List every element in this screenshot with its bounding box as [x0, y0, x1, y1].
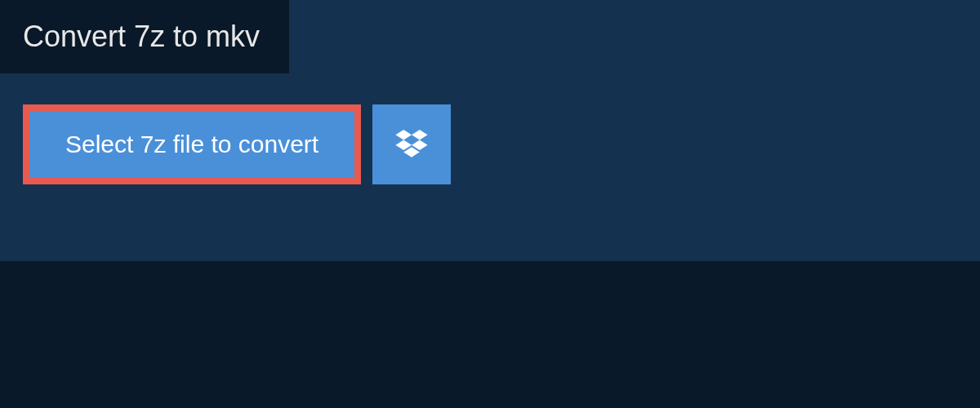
- select-file-label: Select 7z file to convert: [65, 131, 318, 158]
- select-file-button[interactable]: Select 7z file to convert: [23, 104, 361, 184]
- converter-panel: Convert 7z to mkv Select 7z file to conv…: [0, 0, 980, 261]
- page-title-text: Convert 7z to mkv: [23, 20, 260, 53]
- dropbox-button[interactable]: [372, 104, 451, 184]
- svg-marker-1: [412, 130, 428, 140]
- svg-marker-0: [396, 130, 412, 140]
- dropbox-icon: [395, 130, 428, 159]
- page-title: Convert 7z to mkv: [0, 0, 289, 73]
- action-row: Select 7z file to convert: [0, 73, 980, 215]
